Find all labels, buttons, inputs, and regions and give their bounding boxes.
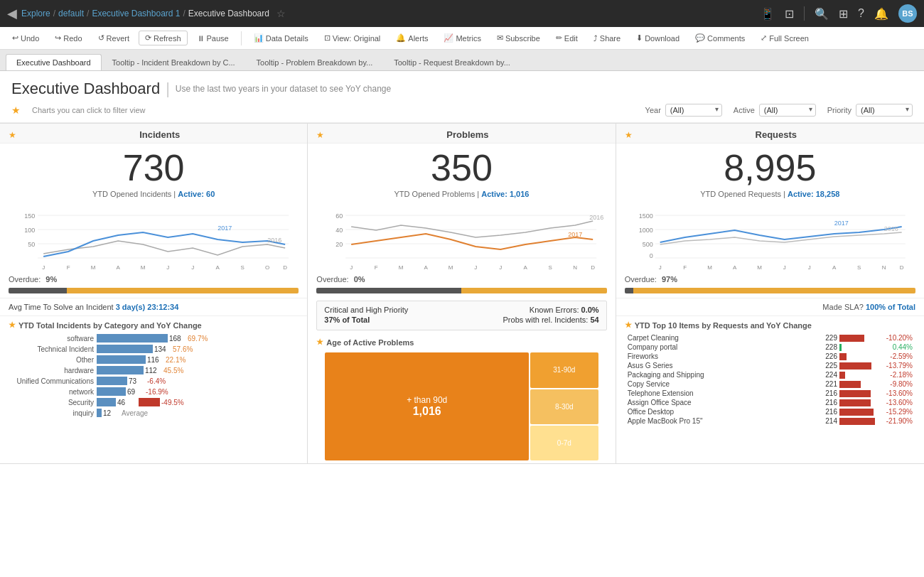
share-button[interactable]: ⤴ Share	[587, 31, 627, 45]
back-icon[interactable]: ◀	[7, 6, 17, 21]
incidents-panel-header: ★ Incidents	[0, 124, 307, 144]
svg-text:D: D	[283, 264, 287, 271]
svg-text:M: M	[707, 264, 712, 271]
refresh-button[interactable]: ⟳ Refresh	[139, 31, 188, 45]
requests-line-chart: 1500 1000 500 0 2017 2016 J F M	[616, 203, 924, 274]
problems-sub-section: ★ Age of Active Problems + than 90d 1,01…	[308, 333, 615, 463]
bar-row-network: network 69 -16.9%	[9, 387, 299, 396]
requests-progress-bar	[616, 286, 924, 298]
problems-panel: ★ Problems 350 YTD Opened Problems | Act…	[308, 124, 616, 464]
svg-text:J: J	[658, 264, 661, 271]
problems-panel-title: Problems	[328, 129, 606, 140]
star-favorite-icon[interactable]: ☆	[276, 8, 286, 19]
refresh-icon: ⟳	[145, 33, 151, 43]
problems-line-chart: 60 40 20 2016 2017 J F M A	[308, 203, 615, 274]
search-icon[interactable]: 🔍	[815, 7, 829, 21]
svg-text:500: 500	[642, 241, 652, 248]
incidents-panel: ★ Incidents 730 YTD Opened Incidents | A…	[0, 124, 308, 464]
filter-row: ★ Charts you can click to filter view Ye…	[11, 104, 913, 117]
svg-text:50: 50	[28, 241, 35, 248]
request-item-company-portal: Company portal 228 0.44%	[628, 343, 913, 351]
request-item-packaging: Packaging and Shipping 224 -2.18%	[628, 371, 913, 379]
svg-text:2017: 2017	[217, 225, 232, 232]
requests-panel-header: ★ Requests	[616, 124, 924, 144]
problems-star-icon: ★	[316, 130, 324, 140]
active-filter-label: Active	[734, 106, 755, 114]
year-filter-select[interactable]: (All)	[665, 104, 722, 117]
revert-icon: ↺	[98, 33, 104, 43]
sep-line	[804, 6, 805, 21]
redo-button[interactable]: ↪ Redo	[48, 31, 88, 45]
download-button[interactable]: ⬇ Download	[630, 31, 686, 45]
pause-button[interactable]: ⏸ Pause	[190, 31, 235, 45]
priority-filter-select[interactable]: (All)	[856, 104, 913, 117]
breadcrumb-dashboard1[interactable]: Executive Dashboard 1	[92, 9, 180, 18]
svg-text:F: F	[67, 264, 70, 271]
svg-text:A: A	[424, 264, 429, 271]
svg-text:J: J	[474, 264, 477, 271]
user-avatar[interactable]: BS	[898, 4, 917, 23]
data-details-button[interactable]: 📊 Data Details	[247, 31, 315, 45]
tab-incident-breakdown[interactable]: Tooltip - Incident Breakdown by C...	[102, 54, 246, 70]
toolbar: ↩ Undo ↪ Redo ↺ Revert ⟳ Refresh ⏸ Pause…	[0, 27, 924, 50]
help-icon[interactable]: ?	[858, 7, 864, 20]
tab-problem-breakdown[interactable]: Tooltip - Problem Breakdown by...	[246, 54, 384, 70]
comments-button[interactable]: 💬 Comments	[689, 31, 751, 45]
view-original-button[interactable]: ⊡ View: Original	[318, 31, 387, 45]
svg-text:S: S	[857, 264, 861, 271]
svg-text:S: S	[549, 264, 552, 271]
breadcrumb-current: Executive Dashboard	[188, 9, 269, 18]
revert-button[interactable]: ↺ Revert	[92, 31, 136, 45]
undo-button[interactable]: ↩ Undo	[6, 31, 45, 45]
share-icon: ⤴	[593, 34, 598, 43]
problems-overdue: Overdue: 0%	[308, 274, 615, 286]
requests-star-icon: ★	[625, 130, 633, 140]
tab-bar: Executive Dashboard Tooltip - Incident B…	[0, 50, 924, 71]
edit-button[interactable]: ✏ Edit	[549, 31, 584, 45]
bar-row-other: Other 116 22.1%	[9, 355, 299, 364]
year-select-wrapper: (All)	[665, 104, 722, 117]
dashboard-header: Executive Dashboard | Use the last two y…	[0, 71, 924, 123]
present-icon[interactable]: ⊡	[785, 7, 794, 21]
mobile-icon[interactable]: 📱	[761, 7, 775, 21]
problems-stats-box: Critical and High Priority Known Errors:…	[316, 301, 606, 330]
breadcrumb: Explore / default / Executive Dashboard …	[21, 9, 269, 18]
filter-hint: Charts you can click to filter view	[32, 106, 146, 114]
alerts-button[interactable]: 🔔 Alerts	[390, 31, 434, 45]
svg-text:J: J	[350, 264, 353, 271]
svg-text:60: 60	[335, 212, 343, 220]
requests-kpi: 8,995 YTD Opened Requests | Active: 18,2…	[616, 144, 924, 203]
svg-text:J: J	[783, 264, 785, 271]
active-select-wrapper: (All)	[759, 104, 816, 117]
notification-icon[interactable]: 🔔	[874, 7, 888, 21]
tab-request-breakdown[interactable]: Tooltip - Request Breakdown by...	[383, 54, 521, 70]
svg-text:M: M	[399, 264, 404, 271]
svg-text:A: A	[524, 264, 528, 271]
svg-text:A: A	[832, 264, 837, 271]
svg-text:J: J	[807, 264, 810, 271]
year-filter-group: Year (All)	[645, 104, 722, 117]
alerts-icon: 🔔	[396, 33, 406, 43]
incidents-kpi-sub: YTD Opened Incidents | Active: 60	[9, 190, 299, 198]
bar-row-unified: Unified Communications 73 -6.4%	[9, 377, 299, 385]
svg-text:D: D	[591, 264, 596, 271]
subscribe-button[interactable]: ✉ Subscribe	[490, 31, 547, 45]
breadcrumb-explore[interactable]: Explore	[21, 9, 50, 18]
problems-kpi: 350 YTD Opened Problems | Active: 1,016	[308, 144, 615, 203]
undo-icon: ↩	[12, 33, 18, 43]
full-screen-button[interactable]: ⤢ Full Screen	[754, 31, 815, 45]
request-item-office-space: Assign Office Space 216 -13.60%	[628, 399, 913, 406]
requests-sub-section: ★ YTD Top 10 Items by Requests and YoY C…	[616, 316, 924, 428]
svg-text:A: A	[215, 264, 220, 271]
dashboard-title: Executive Dashboard	[11, 80, 160, 98]
metrics-button[interactable]: 📈 Metrics	[437, 31, 487, 45]
incidents-bar-chart: software 168 69.7% Technical Incident 13…	[9, 333, 299, 419]
request-item-carpet-cleaning: Carpet Cleaning 229 -10.20%	[628, 334, 913, 342]
breadcrumb-default[interactable]: default	[58, 9, 84, 18]
requests-overdue: Overdue: 97%	[616, 274, 924, 286]
tab-executive-dashboard[interactable]: Executive Dashboard	[6, 54, 102, 70]
active-filter-select[interactable]: (All)	[759, 104, 816, 117]
svg-text:1000: 1000	[638, 227, 652, 234]
layout-icon[interactable]: ⊞	[839, 7, 848, 21]
requests-sub-title: ★ YTD Top 10 Items by Requests and YoY C…	[625, 320, 915, 330]
